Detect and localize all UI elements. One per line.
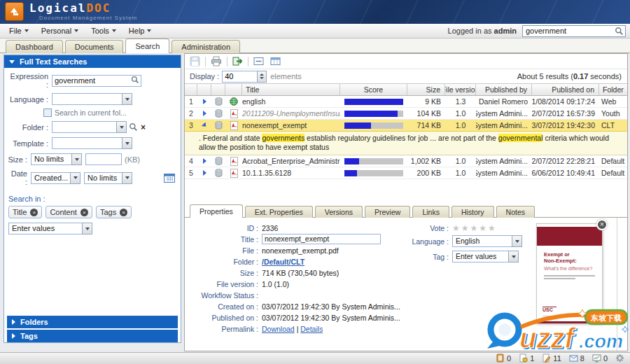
menu-personal[interactable]: Personal [35,27,85,35]
chevron-down-icon[interactable] [512,235,522,247]
detail-tab-ext-properties[interactable]: Ext. Properties [245,206,313,218]
archive-icon[interactable] [211,97,225,106]
expand-row-icon[interactable] [197,158,211,164]
size-operator-select[interactable]: No limits [31,153,82,165]
print-icon[interactable] [209,55,223,67]
messages-icon[interactable] [569,354,578,364]
title-input[interactable]: nonexempt_exempt [262,234,381,244]
chevron-down-icon[interactable] [70,172,80,184]
detail-tab-notes[interactable]: Notes [496,206,535,218]
document-title[interactable]: 10.1.1.35.6128 [242,169,291,177]
result-row[interactable]: 4 Acrobat_Enterprise_Administration 1,00… [185,155,627,167]
template-select[interactable] [52,137,132,149]
menu-help[interactable]: Help [122,27,158,35]
remove-chip-icon[interactable]: × [30,209,38,216]
document-title[interactable]: english [242,97,265,106]
export-icon[interactable] [231,55,244,67]
expand-row-icon[interactable] [197,111,211,116]
result-row[interactable]: 5 10.1.1.35.6128 200 KB 1.0 System Admin… [185,167,627,179]
menu-file[interactable]: File [3,27,35,35]
expand-row-icon[interactable] [197,99,211,104]
detail-tab-history[interactable]: History [451,206,494,218]
document-title[interactable]: Acrobat_Enterprise_Administration [242,157,340,165]
folder-search-icon[interactable] [129,122,138,132]
folder-link[interactable]: /Default/CLT [262,258,304,266]
chip-content[interactable]: Content× [46,206,92,218]
size-value-input[interactable] [85,153,122,165]
detail-tab-preview[interactable]: Preview [365,206,410,218]
display-count-input[interactable] [222,71,257,83]
tab-documents[interactable]: Documents [65,40,124,53]
display-count-stepper[interactable] [257,71,267,83]
chevron-down-icon[interactable] [71,153,82,165]
fulltext-searches-header[interactable]: Full Text Searches [4,55,181,68]
accordion-tags[interactable]: Tags [7,330,178,342]
download-link[interactable]: Download [262,325,295,333]
remove-chip-icon[interactable]: × [80,209,88,216]
expression-input[interactable] [52,75,141,87]
document-title[interactable]: 20111209-UnemploymentInsurance.p [242,109,340,118]
expand-row-icon[interactable] [197,170,211,176]
details-link[interactable]: Details [300,325,323,333]
accordion-folders[interactable]: Folders [7,316,178,328]
archive-icon[interactable] [211,121,225,130]
checked-out-documents-icon[interactable] [542,354,551,364]
search-icon[interactable] [615,27,624,36]
save-search-icon[interactable] [188,55,202,67]
detail-tab-properties[interactable]: Properties [190,204,243,218]
column-header-published-by[interactable]: Published by [476,84,532,95]
search-icon[interactable] [131,76,139,85]
date-field-select[interactable]: Created... [31,172,80,184]
tab-dashboard[interactable]: Dashboard [6,40,63,53]
archive-icon[interactable] [211,157,225,165]
document-language-select[interactable]: English [452,235,522,247]
column-header-published-on[interactable]: Published on [532,84,599,95]
result-row[interactable]: 3 nonexempt_exempt 714 KB 1.0 System Adm… [185,120,627,132]
chevron-down-icon[interactable] [122,93,132,105]
chevron-down-icon[interactable] [122,137,132,149]
rating-stars[interactable]: ★★★★★ [452,223,497,233]
chip-title[interactable]: Title× [8,206,42,218]
folder-select[interactable] [52,121,127,133]
column-header-folder[interactable]: Folder [599,84,627,95]
events-icon[interactable] [592,354,601,364]
chevron-down-icon[interactable] [116,121,127,133]
chevron-down-icon[interactable] [122,172,132,184]
column-header-title[interactable]: Title [242,84,340,95]
detail-tab-links[interactable]: Links [412,206,449,218]
archive-icon[interactable] [211,169,225,177]
tab-administration[interactable]: Administration [172,40,240,53]
size-cell: 714 KB [407,121,445,130]
grid-view-icon[interactable] [269,55,282,67]
menu-tools[interactable]: Tools [85,27,122,35]
pdf-document-icon [225,121,242,130]
collapse-row-icon[interactable] [197,122,211,128]
chevron-down-icon[interactable] [82,223,92,234]
clear-folder-icon[interactable]: × [141,123,146,132]
chevron-down-icon[interactable] [508,251,519,262]
document-title[interactable]: nonexempt_exempt [242,121,307,130]
archive-icon[interactable] [211,109,225,118]
locked-documents-icon[interactable] [519,354,528,364]
result-row[interactable]: 1 english 9 KB 1.3 Daniel Romero 11/08/2… [185,96,627,108]
close-preview-icon[interactable]: × [596,219,608,230]
column-header-size[interactable]: Size [407,84,445,95]
current-folder-checkbox[interactable] [43,108,52,117]
gear-icon[interactable] [615,354,624,364]
column-header-file-version[interactable]: File version [445,84,476,95]
chip-tags[interactable]: Tags× [96,206,132,218]
global-search-input[interactable] [526,27,612,35]
column-header-score[interactable]: Score [340,84,407,95]
search-in-label: Search in : [8,195,178,203]
tab-search[interactable]: Search [125,38,169,53]
date-range-select[interactable]: No limits [84,172,132,184]
calendar-icon[interactable] [164,174,175,183]
result-row[interactable]: 2 20111209-UnemploymentInsurance.p 104 K… [185,108,627,120]
list-view-icon[interactable] [252,55,265,67]
remove-chip-icon[interactable]: × [120,209,127,216]
clipboard-icon[interactable] [496,354,505,364]
tag-select[interactable]: Enter values [452,251,519,262]
values-select[interactable]: Enter values [8,223,92,234]
language-select[interactable] [52,93,132,105]
detail-tab-versions[interactable]: Versions [315,206,363,218]
